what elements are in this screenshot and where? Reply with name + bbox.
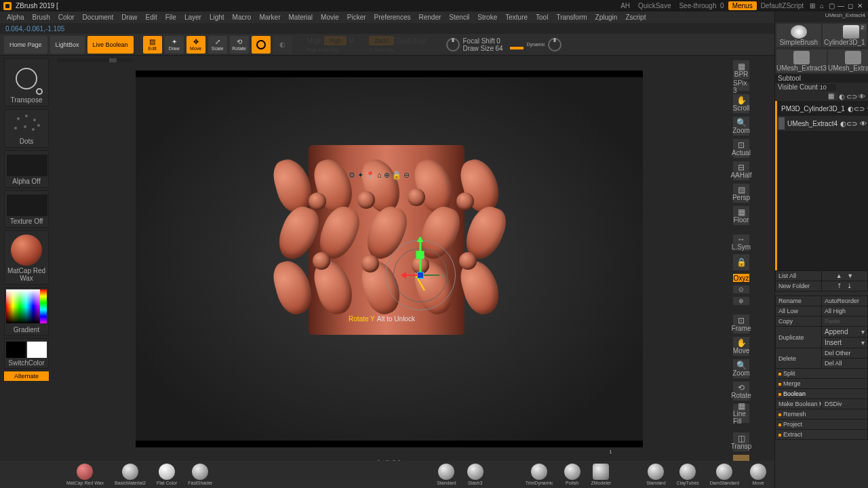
lock-view-button[interactable]: 🔒	[732, 253, 750, 271]
mat-flatcolor[interactable]: Flat Color	[157, 464, 177, 485]
switch-color[interactable]: SwitchColor	[4, 338, 49, 369]
gizmo-toolbar[interactable]: ⚙✦📍 ⌂⊕🔒⊖	[349, 171, 410, 180]
rotate-mode-button[interactable]: ⟲Rotate	[230, 36, 249, 54]
group-icon[interactable]: ▦	[828, 92, 837, 100]
edit-mode-button[interactable]: ▨Edit	[143, 36, 162, 54]
brush-zmodeler[interactable]: ZModeler1	[591, 464, 612, 485]
draw-knob[interactable]	[548, 38, 561, 52]
merge-section[interactable]: Merge	[776, 379, 867, 388]
newfolder-button[interactable]: New Folder	[776, 281, 821, 291]
visible-count-value[interactable]	[820, 84, 836, 91]
listall-button[interactable]: List All	[776, 271, 821, 281]
transpose-tool[interactable]: Transpose	[4, 58, 49, 106]
lightbox-button[interactable]: LightBox	[50, 36, 85, 54]
project-section[interactable]: Project	[776, 420, 867, 429]
rotate-view-button[interactable]: ⟲Rotate	[732, 381, 750, 401]
menu-edit[interactable]: Edit	[142, 14, 161, 21]
quicksave-button[interactable]: QuickSave	[634, 2, 675, 9]
menu-document[interactable]: Document	[79, 14, 117, 21]
delall-button[interactable]: Del All	[822, 359, 867, 368]
brush-polish[interactable]: Polish	[564, 464, 580, 485]
spix-button[interactable]: SPix 3	[732, 82, 750, 92]
brush-slash3[interactable]: Slash3	[467, 464, 484, 485]
oxy-button[interactable]: ⊙	[732, 285, 750, 294]
mat-fastshader[interactable]: FastShader	[188, 464, 212, 485]
scroll-button[interactable]: ✋Scroll	[732, 94, 750, 114]
texture-swatch[interactable]: Texture Off	[4, 190, 49, 228]
default-zscript[interactable]: DefaultZScript	[757, 2, 808, 9]
menu-macro[interactable]: Macro	[229, 14, 255, 21]
draw-mode-button[interactable]: ✦Draw	[165, 36, 184, 54]
oz-button[interactable]: ⊕	[732, 296, 750, 306]
menus-toggle[interactable]: Menus	[728, 1, 757, 10]
draw-size-slider[interactable]	[510, 47, 524, 49]
insert-button[interactable]: Insert▾	[822, 338, 867, 348]
move-view-button[interactable]: ✋Move	[732, 336, 750, 357]
menu-tool[interactable]: Tool	[532, 14, 551, 21]
tool-thumb-extract3[interactable]: UMesh_Extract3	[776, 49, 827, 73]
remesh-section[interactable]: Remesh	[776, 409, 867, 419]
menu-alpha[interactable]: Alpha	[3, 14, 28, 21]
menu-movie[interactable]: Movie	[317, 14, 342, 21]
tool-thumb-brush[interactable]: SimpleBrush	[776, 24, 821, 47]
material-swatch[interactable]: MatCap Red Wax	[4, 230, 49, 285]
zoom-button[interactable]: 🔍Zoom	[732, 116, 750, 136]
autoreorder-button[interactable]: AutoReorder	[822, 296, 867, 306]
move-mode-button[interactable]: ✥Move	[186, 36, 205, 54]
menu-marker[interactable]: Marker	[256, 14, 283, 21]
menu-color[interactable]: Color	[55, 14, 78, 21]
live-boolean-button[interactable]: Live Boolean	[87, 36, 134, 54]
dsdiv-button[interactable]: DSDiv	[822, 399, 867, 409]
menu-zscript[interactable]: Zscript	[622, 14, 649, 21]
timeline-strip[interactable]	[57, 58, 132, 62]
persp-button[interactable]: ▤Persp	[732, 183, 750, 203]
bpr-button[interactable]: ▦BPR	[732, 60, 750, 80]
mat-redwax[interactable]: MatCap Red Wax	[66, 464, 104, 485]
menu-layer[interactable]: Layer	[181, 14, 205, 21]
transform-gizmo[interactable]	[380, 235, 461, 316]
subtool-cylinder[interactable]: PM3D_Cylinder3D_1 ◐⊂⊃👁	[777, 101, 868, 116]
subtool-header[interactable]: Subtool	[775, 74, 868, 83]
menu-file[interactable]: File	[162, 14, 180, 21]
zoom-view-button[interactable]: 🔍Zoom	[732, 359, 750, 379]
delete-button[interactable]: Delete	[776, 348, 821, 368]
transp-button[interactable]: ◫Transp	[732, 432, 750, 452]
menu-picker[interactable]: Picker	[344, 14, 370, 21]
actual-button[interactable]: ⊡Actual	[732, 138, 750, 159]
duplicate-button[interactable]: Duplicate	[776, 327, 821, 348]
floor-button[interactable]: ▦Floor	[732, 205, 750, 226]
brush-trimdynamic[interactable]: TrimDynamic	[526, 464, 553, 485]
extract-section[interactable]: Extract	[776, 430, 867, 439]
menu-material[interactable]: Material	[285, 14, 317, 21]
copy-button[interactable]: Copy	[776, 317, 821, 326]
solo-icon[interactable]: ◐	[839, 93, 845, 100]
menu-brush[interactable]: Brush	[29, 14, 54, 21]
alternate-button[interactable]: Alternate	[4, 371, 49, 381]
tool-thumb-cylinder[interactable]: 2Cylinder3D_1	[823, 24, 867, 47]
scale-mode-button[interactable]: ⤢Scale	[208, 36, 227, 54]
move-up-button[interactable]: ▲ ▼	[822, 271, 867, 281]
frame-button[interactable]: ⊡Frame	[732, 314, 750, 334]
aahalf-button[interactable]: ⊟AAHalf	[732, 161, 750, 181]
makeboolean-button[interactable]: Make Boolean Mesh	[776, 399, 821, 409]
menu-texture[interactable]: Texture	[502, 14, 531, 21]
allhigh-button[interactable]: All High	[822, 306, 867, 316]
brush-claytubes[interactable]: ClayTubes	[677, 464, 699, 485]
alpha-swatch[interactable]: Alpha Off	[4, 150, 49, 188]
eye-icon[interactable]: 👁	[860, 120, 867, 127]
alllow-button[interactable]: All Low	[776, 306, 821, 316]
brush-standard2[interactable]: Standard	[646, 464, 665, 485]
gizmo-button[interactable]	[252, 36, 271, 54]
menu-stencil[interactable]: Stencil	[446, 14, 473, 21]
split-section[interactable]: Split	[776, 369, 867, 378]
mat-basic2[interactable]: BasicMaterial2	[115, 464, 146, 485]
brush-move[interactable]: Move	[750, 464, 766, 485]
oxyz-button[interactable]: Oxyz	[732, 273, 750, 283]
append-button[interactable]: Append▾	[822, 327, 867, 337]
stroke-dots[interactable]: Dots	[4, 109, 49, 148]
subtool-extract4[interactable]: UMesh_Extract4 ◐⊂⊃👁	[777, 116, 868, 131]
tool-thumb-extract4[interactable]: UMesh_Extract4	[828, 49, 868, 73]
eye-all-icon[interactable]: 👁	[859, 93, 865, 100]
move-top-button[interactable]: ⤒ ⤓	[822, 281, 867, 291]
home-page-button[interactable]: Home Page	[4, 36, 47, 54]
